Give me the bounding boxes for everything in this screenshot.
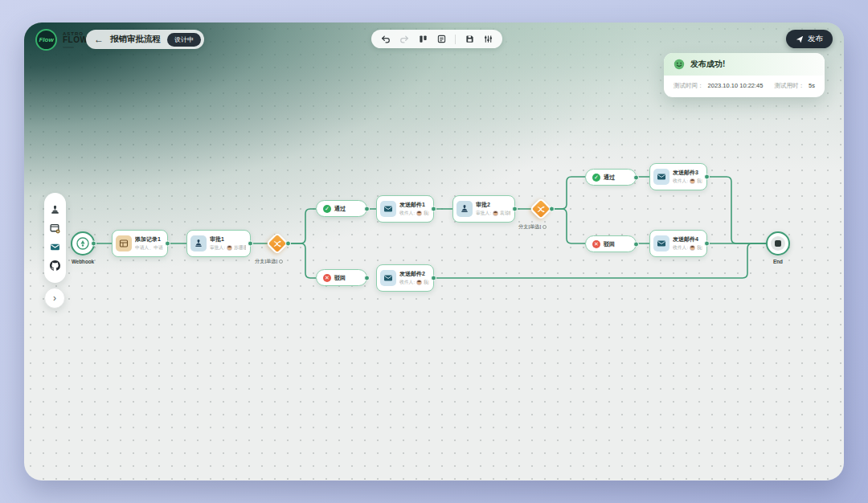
save-icon[interactable] xyxy=(465,35,474,44)
node-mail-2[interactable]: 发送邮件2 收件人: 我自己 xyxy=(376,264,434,292)
info-circle-icon xyxy=(542,225,547,229)
duration-value: 5s xyxy=(809,82,815,89)
node-add-record[interactable]: 添加记录1 申请人、申请资金 xyxy=(112,230,168,257)
mail-icon xyxy=(380,270,396,286)
pill-pass-2[interactable]: ✓ 通过 xyxy=(585,169,637,186)
role-label: 收件人: xyxy=(399,210,415,217)
mail-icon xyxy=(653,235,669,251)
webhook-label: Webhook xyxy=(59,259,107,264)
node-title: 添加记录1 xyxy=(135,235,163,243)
avatar xyxy=(416,280,422,285)
node-approval-2[interactable]: 审批2 审批人: 袁琼帆 xyxy=(452,195,515,223)
undo-icon[interactable] xyxy=(381,35,391,44)
toolbar-divider xyxy=(455,35,456,44)
end-label: End xyxy=(754,259,802,264)
mail-icon[interactable] xyxy=(50,241,61,252)
avatar xyxy=(416,211,422,216)
brand-mark xyxy=(63,47,74,48)
x-icon: ✕ xyxy=(323,274,331,282)
sliders-icon[interactable] xyxy=(483,35,493,44)
node-title: 发送邮件3 xyxy=(673,169,702,177)
branch-node-2[interactable] xyxy=(530,198,551,219)
test-time-label: 测试时间： xyxy=(674,82,704,89)
node-mail-3[interactable]: 发送邮件3 收件人: 我自己 xyxy=(649,163,707,190)
role-label: 收件人: xyxy=(399,279,415,286)
pill-reject-1[interactable]: ✕ 驳回 xyxy=(316,269,367,286)
toast-header: 发布成功! xyxy=(664,53,825,76)
mail-icon xyxy=(653,169,669,185)
branch-1-label: 分支[单选] xyxy=(255,258,283,265)
duration-label: 测试用时： xyxy=(774,82,805,89)
person-name: 我自己 xyxy=(424,279,429,286)
node-subtitle: 申请人、申请资金 xyxy=(135,244,163,251)
flow-logo-icon: Flow xyxy=(35,29,57,51)
node-title: 审批1 xyxy=(210,235,246,243)
chevron-right-icon: › xyxy=(53,292,56,304)
page-title: 报销审批流程 xyxy=(110,34,161,45)
board-icon[interactable] xyxy=(418,35,428,44)
node-mail-4[interactable]: 发送邮件4 收件人: 我自己 xyxy=(649,230,707,257)
brand-text: ASTRO FLOW xyxy=(63,31,88,48)
person-name: 袁琼帆 xyxy=(500,210,510,217)
canvas-toolbar xyxy=(371,30,502,48)
palette-expand-button[interactable]: › xyxy=(44,288,65,309)
person-name: 我自己 xyxy=(697,178,702,185)
node-palette xyxy=(44,193,66,283)
publish-success-toast: 发布成功! 测试时间： 2023.10.10 10:22:45 测试用时： 5s xyxy=(664,53,825,97)
pill-reject-2[interactable]: ✕ 驳回 xyxy=(585,235,637,252)
role-label: 审批人: xyxy=(476,210,491,217)
test-time-value: 2023.10.10 10:22:45 xyxy=(708,82,764,89)
status-badge: 设计中 xyxy=(167,33,201,47)
notes-icon[interactable] xyxy=(436,35,446,44)
app-window: Webhook 添加记录1 申请人、申请资金 审批1 审批人: 苏珊珊 xyxy=(24,22,844,481)
title-pill: ← 报销审批流程 设计中 xyxy=(86,30,204,49)
send-icon xyxy=(796,35,804,43)
app-window-icon[interactable] xyxy=(50,223,61,235)
avatar xyxy=(690,178,695,184)
avatar xyxy=(690,245,695,251)
check-icon: ✓ xyxy=(323,205,331,213)
node-title: 发送邮件1 xyxy=(399,201,429,209)
x-icon: ✕ xyxy=(592,240,600,248)
approval-stamp-icon xyxy=(190,235,207,251)
github-icon[interactable] xyxy=(50,260,61,271)
node-approval-1[interactable]: 审批1 审批人: 苏珊珊 xyxy=(186,230,251,257)
person-name: 我自己 xyxy=(424,210,429,217)
avatar xyxy=(493,211,498,216)
smiley-icon xyxy=(674,59,685,70)
redo-icon[interactable] xyxy=(399,35,409,44)
app-logo[interactable]: Flow ASTRO FLOW xyxy=(35,29,88,51)
info-circle-icon xyxy=(279,260,283,264)
approval-stamp-icon xyxy=(457,201,473,217)
webhook-icon xyxy=(76,236,90,251)
person-name: 我自己 xyxy=(697,244,702,251)
shuffle-icon xyxy=(267,233,288,254)
end-node[interactable] xyxy=(766,231,790,256)
node-title: 发送邮件4 xyxy=(673,235,702,243)
role-label: 收件人: xyxy=(673,244,688,251)
stop-icon xyxy=(771,236,785,251)
toast-body: 测试时间： 2023.10.10 10:22:45 测试用时： 5s xyxy=(664,76,825,97)
avatar xyxy=(227,245,232,251)
pill-pass-1[interactable]: ✓ 通过 xyxy=(316,200,367,217)
person-name: 苏珊珊 xyxy=(234,244,246,251)
role-label: 审批人: xyxy=(210,244,225,251)
branch-node-1[interactable] xyxy=(267,233,288,254)
node-mail-1[interactable]: 发送邮件1 收件人: 我自己 xyxy=(376,195,434,223)
role-label: 收件人: xyxy=(673,178,688,185)
approval-stamp-icon[interactable] xyxy=(50,205,61,216)
toast-title: 发布成功! xyxy=(690,59,725,70)
node-title: 审批2 xyxy=(476,201,510,209)
check-icon: ✓ xyxy=(592,174,600,182)
back-button[interactable]: ← xyxy=(94,34,104,45)
webhook-start-node[interactable] xyxy=(71,231,95,256)
publish-button[interactable]: 发布 xyxy=(786,30,833,48)
mail-icon xyxy=(380,201,396,217)
record-icon xyxy=(116,235,132,251)
branch-2-label: 分支[单选] xyxy=(518,223,547,231)
node-title: 发送邮件2 xyxy=(399,270,429,278)
shuffle-icon xyxy=(530,198,551,219)
